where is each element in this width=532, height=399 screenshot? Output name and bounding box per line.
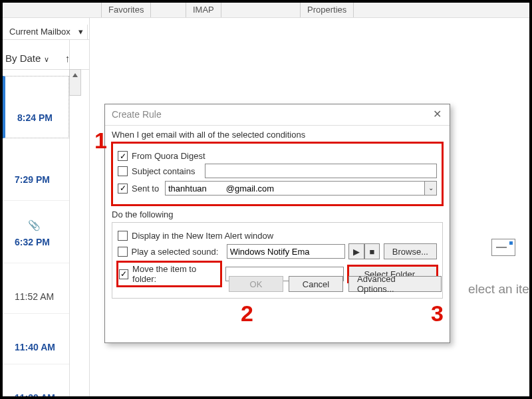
sentto-checkbox[interactable]: ✓ [118,184,128,194]
message-time: 6:32 PM [15,237,50,247]
svg-marker-0 [72,73,78,77]
sentto-label: Sent to [132,184,165,194]
message-time: 11:40 AM [15,342,55,352]
list-item[interactable]: 11:52 AM [3,263,69,314]
sort-control[interactable]: By Date ∨ ↑ [5,53,70,64]
conditions-header: When I get email with all of the selecte… [112,130,443,140]
reading-pane-hint: elect an item to [468,282,532,297]
annotation-3: 3 [431,301,444,327]
create-rule-dialog: Create Rule ✕ When I get email with all … [104,104,450,343]
message-time: 11:39 AM [15,392,55,399]
from-checkbox[interactable]: ✓ [118,151,128,161]
list-item[interactable]: 8:24 PM [3,76,69,138]
play-button[interactable]: ▶ [348,243,364,259]
dialog-buttons: OK Cancel Advanced Options... [105,276,450,292]
annotation-2: 2 [241,301,253,327]
ribbon-group-favorites[interactable]: Favorites [101,3,151,17]
envelope-icon [491,239,515,256]
sentto-input[interactable] [165,181,425,196]
dialog-title: Create Rule [112,109,162,120]
browse-button[interactable]: Browse... [384,243,437,259]
message-time: 7:29 PM [15,174,50,185]
message-time: 8:24 PM [17,112,53,123]
close-button[interactable]: ✕ [430,108,444,122]
search-scope-label: Current Mailbox [9,27,70,37]
ribbon: Favorites IMAP Properties [3,3,529,18]
actions-header: Do the following [112,209,443,219]
sentto-dropdown-button[interactable]: ⌄ [425,181,437,196]
display-alert-checkbox[interactable] [118,231,128,241]
ribbon-group-properties[interactable]: Properties [300,3,354,17]
sort-by-label: By Date [5,53,41,64]
ribbon-group-imap[interactable]: IMAP [186,3,221,17]
from-label: From Quora Digest [132,151,205,161]
play-sound-checkbox[interactable] [118,247,128,257]
message-list: 8:24 PM 7:29 PM 📎 6:32 PM 11:52 AM 11:40… [3,76,69,396]
sound-file-input[interactable] [227,244,345,259]
cancel-button[interactable]: Cancel [289,276,343,292]
stop-button[interactable]: ■ [364,243,380,259]
ok-button[interactable]: OK [229,276,283,292]
search-scope-dropdown[interactable]: Current Mailbox ▾ [5,25,88,39]
list-item[interactable]: 11:39 AM [3,364,69,399]
paperclip-icon: 📎 [28,219,41,231]
scrollbar-up[interactable] [69,69,81,96]
subject-checkbox[interactable] [118,166,128,176]
message-time: 11:52 AM [15,291,54,302]
list-item[interactable]: 📎 6:32 PM [3,201,69,263]
play-sound-label: Play a selected sound: [132,247,227,257]
chevron-down-icon: ∨ [44,55,49,63]
dialog-titlebar: Create Rule ✕ [105,104,450,126]
list-item[interactable]: 11:40 AM [3,314,69,364]
subject-label: Subject contains [132,166,205,176]
subject-input[interactable] [205,164,437,178]
conditions-group: ✓ From Quora Digest Subject contains ✓ S… [112,142,443,205]
list-item[interactable]: 7:29 PM [3,138,69,201]
advanced-options-button[interactable]: Advanced Options... [348,276,442,292]
chevron-down-icon: ▾ [78,27,83,37]
display-alert-label: Display in the New Item Alert window [132,231,273,241]
annotation-1: 1 [94,128,107,154]
